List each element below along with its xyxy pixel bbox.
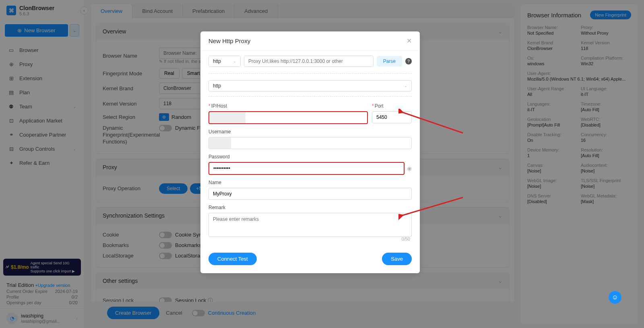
chevron-down-icon: ⌄ xyxy=(404,84,407,88)
parse-button[interactable]: Parse xyxy=(377,56,402,66)
remark-input[interactable] xyxy=(208,213,412,237)
port-input[interactable] xyxy=(372,111,412,123)
help-icon[interactable]: ? xyxy=(405,58,412,64)
port-label: *Port xyxy=(372,103,412,109)
support-fab-button[interactable]: ☺ xyxy=(609,291,621,304)
chevron-down-icon: ⌄ xyxy=(233,59,236,63)
proxy-url-input[interactable] xyxy=(244,56,374,67)
password-input[interactable] xyxy=(208,162,405,175)
ip-host-input[interactable] xyxy=(208,111,368,124)
proxy-name-label: Name xyxy=(208,180,412,185)
separator xyxy=(208,96,412,97)
ip-host-label: *IP/Host xyxy=(208,103,368,109)
separator xyxy=(208,73,412,74)
proto-select-full[interactable]: http⌄ xyxy=(208,80,412,91)
save-button[interactable]: Save xyxy=(382,253,412,265)
new-http-proxy-modal: New Http Proxy ✕ http⌄ Parse ? http⌄ *IP… xyxy=(200,31,420,273)
eye-icon[interactable]: ◉ xyxy=(407,165,412,172)
remark-label: Remark xyxy=(208,205,412,210)
proto-select-small[interactable]: http⌄ xyxy=(208,56,241,67)
modal-title: New Http Proxy xyxy=(208,37,250,44)
connect-test-button[interactable]: Connect Test xyxy=(208,253,257,265)
remark-count: 0/50 xyxy=(208,237,412,241)
password-label: Password xyxy=(208,154,412,160)
proxy-name-input[interactable] xyxy=(208,188,412,200)
username-input[interactable] xyxy=(208,137,412,149)
close-icon[interactable]: ✕ xyxy=(407,37,412,45)
username-label: Username xyxy=(208,129,412,135)
